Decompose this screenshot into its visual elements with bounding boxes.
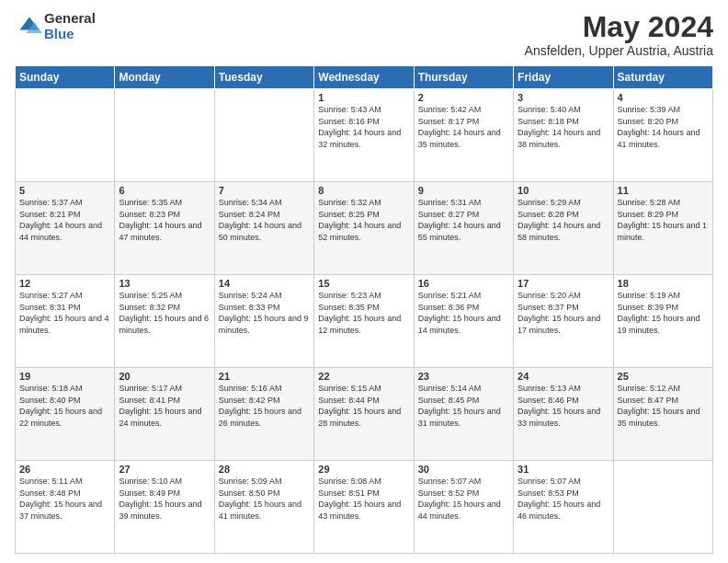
day-number: 19 xyxy=(19,371,110,382)
logo-general-text: General xyxy=(44,11,96,27)
header-wednesday: Wednesday xyxy=(314,66,414,89)
day-info: Sunrise: 5:09 AMSunset: 8:50 PMDaylight:… xyxy=(219,476,310,522)
day-number: 13 xyxy=(119,278,210,289)
logo-icon xyxy=(17,14,42,40)
day-info: Sunrise: 5:40 AMSunset: 8:18 PMDaylight:… xyxy=(518,104,609,150)
day-info: Sunrise: 5:16 AMSunset: 8:42 PMDaylight:… xyxy=(219,383,310,429)
calendar-week-3: 19Sunrise: 5:18 AMSunset: 8:40 PMDayligh… xyxy=(16,368,713,461)
table-row: 9Sunrise: 5:31 AMSunset: 8:27 PMDaylight… xyxy=(414,182,513,275)
table-row: 5Sunrise: 5:37 AMSunset: 8:21 PMDaylight… xyxy=(16,182,115,275)
day-number: 7 xyxy=(219,185,310,196)
table-row: 31Sunrise: 5:07 AMSunset: 8:53 PMDayligh… xyxy=(514,461,613,554)
table-row: 11Sunrise: 5:28 AMSunset: 8:29 PMDayligh… xyxy=(613,182,712,275)
day-number: 27 xyxy=(119,464,210,475)
day-info: Sunrise: 5:25 AMSunset: 8:32 PMDaylight:… xyxy=(119,290,210,336)
table-row: 23Sunrise: 5:14 AMSunset: 8:45 PMDayligh… xyxy=(414,368,513,461)
table-row: 7Sunrise: 5:34 AMSunset: 8:24 PMDaylight… xyxy=(214,182,313,275)
day-info: Sunrise: 5:32 AMSunset: 8:25 PMDaylight:… xyxy=(318,197,409,243)
table-row: 3Sunrise: 5:40 AMSunset: 8:18 PMDaylight… xyxy=(514,89,613,182)
table-row: 27Sunrise: 5:10 AMSunset: 8:49 PMDayligh… xyxy=(115,461,214,554)
day-number: 2 xyxy=(418,92,509,103)
table-row: 22Sunrise: 5:15 AMSunset: 8:44 PMDayligh… xyxy=(314,368,414,461)
calendar-week-4: 26Sunrise: 5:11 AMSunset: 8:48 PMDayligh… xyxy=(16,461,713,554)
table-row: 10Sunrise: 5:29 AMSunset: 8:28 PMDayligh… xyxy=(514,182,613,275)
day-number: 21 xyxy=(219,371,310,382)
table-row: 13Sunrise: 5:25 AMSunset: 8:32 PMDayligh… xyxy=(115,275,214,368)
day-info: Sunrise: 5:10 AMSunset: 8:49 PMDaylight:… xyxy=(119,476,210,522)
header-saturday: Saturday xyxy=(613,66,712,89)
table-row: 12Sunrise: 5:27 AMSunset: 8:31 PMDayligh… xyxy=(16,275,115,368)
day-info: Sunrise: 5:43 AMSunset: 8:16 PMDaylight:… xyxy=(318,104,409,150)
day-number: 23 xyxy=(418,371,509,382)
day-info: Sunrise: 5:21 AMSunset: 8:36 PMDaylight:… xyxy=(418,290,509,336)
day-info: Sunrise: 5:14 AMSunset: 8:45 PMDaylight:… xyxy=(418,383,509,429)
table-row: 2Sunrise: 5:42 AMSunset: 8:17 PMDaylight… xyxy=(414,89,513,182)
day-info: Sunrise: 5:39 AMSunset: 8:20 PMDaylight:… xyxy=(618,104,709,150)
day-info: Sunrise: 5:15 AMSunset: 8:44 PMDaylight:… xyxy=(318,383,409,429)
table-row: 6Sunrise: 5:35 AMSunset: 8:23 PMDaylight… xyxy=(115,182,214,275)
day-number: 1 xyxy=(318,92,409,103)
day-info: Sunrise: 5:37 AMSunset: 8:21 PMDaylight:… xyxy=(19,197,110,243)
table-row: 4Sunrise: 5:39 AMSunset: 8:20 PMDaylight… xyxy=(613,89,712,182)
page: General Blue May 2024 Ansfelden, Upper A… xyxy=(0,0,728,563)
table-row: 20Sunrise: 5:17 AMSunset: 8:41 PMDayligh… xyxy=(115,368,214,461)
header-sunday: Sunday xyxy=(16,66,115,89)
table-row xyxy=(16,89,115,182)
day-number: 8 xyxy=(318,185,409,196)
table-row: 21Sunrise: 5:16 AMSunset: 8:42 PMDayligh… xyxy=(214,368,313,461)
day-number: 31 xyxy=(518,464,609,475)
table-row xyxy=(115,89,214,182)
day-info: Sunrise: 5:20 AMSunset: 8:37 PMDaylight:… xyxy=(518,290,609,336)
day-info: Sunrise: 5:35 AMSunset: 8:23 PMDaylight:… xyxy=(119,197,210,243)
day-info: Sunrise: 5:24 AMSunset: 8:33 PMDaylight:… xyxy=(219,290,310,336)
day-info: Sunrise: 5:12 AMSunset: 8:47 PMDaylight:… xyxy=(618,383,709,429)
day-number: 9 xyxy=(418,185,509,196)
day-number: 16 xyxy=(418,278,509,289)
table-row: 14Sunrise: 5:24 AMSunset: 8:33 PMDayligh… xyxy=(214,275,313,368)
calendar-week-0: 1Sunrise: 5:43 AMSunset: 8:16 PMDaylight… xyxy=(16,89,713,182)
day-info: Sunrise: 5:17 AMSunset: 8:41 PMDaylight:… xyxy=(119,383,210,429)
header-thursday: Thursday xyxy=(414,66,513,89)
day-number: 18 xyxy=(618,278,709,289)
day-number: 29 xyxy=(318,464,409,475)
day-number: 10 xyxy=(518,185,609,196)
table-row: 17Sunrise: 5:20 AMSunset: 8:37 PMDayligh… xyxy=(514,275,613,368)
day-number: 11 xyxy=(618,185,709,196)
header-monday: Monday xyxy=(115,66,214,89)
day-info: Sunrise: 5:42 AMSunset: 8:17 PMDaylight:… xyxy=(418,104,509,150)
day-number: 4 xyxy=(618,92,709,103)
table-row: 18Sunrise: 5:19 AMSunset: 8:39 PMDayligh… xyxy=(613,275,712,368)
day-number: 28 xyxy=(219,464,310,475)
day-number: 3 xyxy=(518,92,609,103)
calendar-week-2: 12Sunrise: 5:27 AMSunset: 8:31 PMDayligh… xyxy=(16,275,713,368)
day-number: 26 xyxy=(19,464,110,475)
table-row: 8Sunrise: 5:32 AMSunset: 8:25 PMDaylight… xyxy=(314,182,414,275)
header: General Blue May 2024 Ansfelden, Upper A… xyxy=(15,11,713,58)
day-number: 24 xyxy=(518,371,609,382)
day-number: 12 xyxy=(19,278,110,289)
title-block: May 2024 Ansfelden, Upper Austria, Austr… xyxy=(525,11,713,58)
table-row: 1Sunrise: 5:43 AMSunset: 8:16 PMDaylight… xyxy=(314,89,414,182)
table-row xyxy=(613,461,712,554)
day-info: Sunrise: 5:19 AMSunset: 8:39 PMDaylight:… xyxy=(618,290,709,336)
day-info: Sunrise: 5:08 AMSunset: 8:51 PMDaylight:… xyxy=(318,476,409,522)
day-number: 6 xyxy=(119,185,210,196)
day-info: Sunrise: 5:23 AMSunset: 8:35 PMDaylight:… xyxy=(318,290,409,336)
table-row: 24Sunrise: 5:13 AMSunset: 8:46 PMDayligh… xyxy=(514,368,613,461)
day-info: Sunrise: 5:28 AMSunset: 8:29 PMDaylight:… xyxy=(618,197,709,243)
day-number: 17 xyxy=(518,278,609,289)
table-row: 26Sunrise: 5:11 AMSunset: 8:48 PMDayligh… xyxy=(16,461,115,554)
title-month: May 2024 xyxy=(525,11,713,43)
table-row: 29Sunrise: 5:08 AMSunset: 8:51 PMDayligh… xyxy=(314,461,414,554)
table-row: 28Sunrise: 5:09 AMSunset: 8:50 PMDayligh… xyxy=(214,461,313,554)
calendar: Sunday Monday Tuesday Wednesday Thursday… xyxy=(15,65,713,554)
logo: General Blue xyxy=(15,11,96,41)
day-number: 5 xyxy=(19,185,110,196)
day-number: 22 xyxy=(318,371,409,382)
calendar-header-row: Sunday Monday Tuesday Wednesday Thursday… xyxy=(16,66,713,89)
day-info: Sunrise: 5:31 AMSunset: 8:27 PMDaylight:… xyxy=(418,197,509,243)
calendar-week-1: 5Sunrise: 5:37 AMSunset: 8:21 PMDaylight… xyxy=(16,182,713,275)
day-info: Sunrise: 5:07 AMSunset: 8:53 PMDaylight:… xyxy=(518,476,609,522)
day-number: 25 xyxy=(618,371,709,382)
title-location: Ansfelden, Upper Austria, Austria xyxy=(525,43,713,58)
